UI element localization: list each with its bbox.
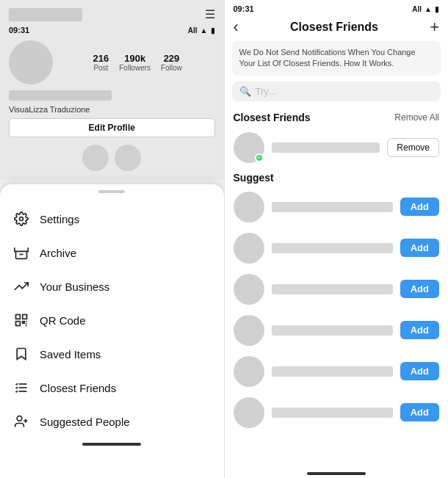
following-stat[interactable]: 229 Follow — [161, 53, 182, 72]
suggest-item-6: Add — [225, 392, 449, 433]
add-button-6[interactable]: Add — [400, 403, 439, 421]
your-business-label: Your Business — [40, 280, 109, 293]
status-icons-left: All ▲ ▮ — [188, 26, 215, 35]
highlight-1[interactable] — [82, 145, 109, 171]
archive-icon — [13, 245, 29, 261]
suggest-name-6 — [272, 408, 393, 418]
posts-count: 216 — [93, 53, 109, 64]
closest-friends-label: Closest Friends — [40, 382, 116, 394]
menu-item-archive[interactable]: Archive — [0, 236, 224, 269]
closest-friends-section-title: Closest Friends — [234, 112, 311, 123]
suggest-item-1: Add — [225, 187, 449, 228]
followers-label: Followers — [119, 64, 151, 72]
wifi-icon-right: ▲ — [424, 5, 432, 13]
svg-rect-3 — [23, 315, 27, 319]
bottom-indicator-right — [307, 472, 366, 475]
settings-label: Settings — [40, 213, 79, 225]
nav-header: ‹ Closest Friends + — [225, 16, 449, 41]
followers-stat[interactable]: 190k Followers — [119, 53, 151, 72]
highlight-2[interactable] — [115, 145, 141, 171]
suggest-name-4 — [272, 325, 393, 336]
status-bar-left: 09:31 All ▲ ▮ — [9, 26, 215, 35]
profile-stats: 216 Post 190k Followers 229 Follow — [60, 53, 215, 72]
battery-icon-right: ▮ — [435, 5, 439, 13]
search-bar[interactable]: 🔍 Try... — [232, 82, 441, 101]
suggest-avatar-2 — [234, 233, 264, 264]
bio-text: VisuaLizza Traduzione — [9, 105, 215, 114]
archive-label: Archive — [40, 247, 76, 259]
bottom-indicator-left — [82, 443, 141, 446]
edit-profile-button[interactable]: Edit Profile — [9, 118, 215, 137]
add-button-1[interactable]: Add — [400, 198, 439, 216]
svg-point-0 — [20, 217, 24, 221]
suggest-name-1 — [272, 202, 393, 212]
followers-count: 190k — [119, 53, 151, 64]
friend-name-1 — [272, 142, 380, 153]
add-button-5[interactable]: Add — [400, 362, 439, 380]
menu-item-settings[interactable]: Settings — [0, 202, 224, 236]
closest-friends-section-header: Closest Friends Remove All — [225, 109, 449, 128]
menu-item-suggested-people[interactable]: Suggested People — [0, 405, 224, 438]
list-check-icon — [13, 380, 29, 396]
page-title: Closest Friends — [239, 21, 430, 34]
remove-button-1[interactable]: Remove — [387, 138, 439, 157]
person-add-icon — [13, 413, 29, 430]
following-count: 229 — [161, 53, 182, 64]
suggest-section-title: Suggest — [225, 167, 449, 187]
friend-avatar-1: + — [234, 132, 264, 163]
bio-placeholder — [9, 90, 112, 101]
back-button[interactable]: ‹ — [234, 19, 239, 35]
info-text: We Do Not Send Notifications When You Ch… — [239, 48, 416, 68]
right-panel: 09:31 All ▲ ▮ ‹ Closest Friends + We Do … — [225, 0, 449, 478]
wifi-icon: ▲ — [200, 26, 208, 35]
info-banner: We Do Not Send Notifications When You Ch… — [232, 41, 441, 76]
svg-point-12 — [17, 416, 22, 421]
suggest-avatar-5 — [234, 356, 264, 387]
highlights-row — [9, 142, 215, 174]
profile-background: ☰ 09:31 All ▲ ▮ 216 Post 190k Followers — [0, 0, 224, 180]
add-button-2[interactable]: Add — [400, 239, 439, 257]
remove-all-button[interactable]: Remove All — [394, 112, 439, 123]
time-left: 09:31 — [9, 26, 29, 35]
status-icons-right: All ▲ ▮ — [412, 5, 439, 13]
time-right: 09:31 — [234, 4, 254, 13]
posts-label: Post — [93, 64, 109, 72]
suggest-avatar-3 — [234, 274, 264, 305]
gear-icon — [13, 211, 29, 227]
suggest-avatar-6 — [234, 397, 264, 428]
username-placeholder — [9, 8, 82, 21]
bookmark-icon — [13, 346, 29, 362]
all-label-right: All — [412, 5, 422, 13]
chart-icon — [13, 278, 29, 294]
battery-icon: ▮ — [211, 26, 215, 35]
menu-item-qr-code[interactable]: QR Code — [0, 303, 224, 337]
qr-code-label: QR Code — [40, 314, 86, 327]
bottom-sheet-menu: Settings Archive Your Business — [0, 184, 224, 478]
menu-item-saved-items[interactable]: Saved Items — [0, 337, 224, 371]
suggest-item-4: Add — [225, 310, 449, 351]
svg-rect-4 — [16, 322, 21, 326]
add-button-3[interactable]: Add — [400, 280, 439, 298]
suggest-item-3: Add — [225, 269, 449, 310]
add-button[interactable]: + — [430, 19, 439, 35]
suggest-item-5: Add — [225, 351, 449, 392]
suggest-avatar-4 — [234, 315, 264, 346]
following-label: Follow — [161, 64, 182, 72]
suggest-name-3 — [272, 284, 393, 294]
friend-item-1: + Remove — [225, 128, 449, 167]
profile-row: 216 Post 190k Followers 229 Follow — [9, 40, 215, 84]
suggest-avatar-1 — [234, 192, 264, 222]
menu-item-closest-friends[interactable]: Closest Friends — [0, 371, 224, 405]
left-panel: ☰ 09:31 All ▲ ▮ 216 Post 190k Followers — [0, 0, 224, 478]
suggested-people-label: Suggested People — [40, 416, 130, 428]
green-dot-icon: + — [255, 153, 264, 162]
svg-rect-5 — [23, 322, 25, 324]
scroll-area[interactable]: Closest Friends Remove All + Remove Sugg… — [225, 109, 449, 468]
svg-rect-2 — [16, 315, 21, 319]
hamburger-icon[interactable]: ☰ — [205, 7, 215, 21]
add-button-4[interactable]: Add — [400, 321, 439, 339]
posts-stat[interactable]: 216 Post — [93, 53, 109, 72]
saved-items-label: Saved Items — [40, 348, 101, 361]
search-input[interactable]: Try... — [256, 86, 434, 97]
menu-item-your-business[interactable]: Your Business — [0, 269, 224, 303]
